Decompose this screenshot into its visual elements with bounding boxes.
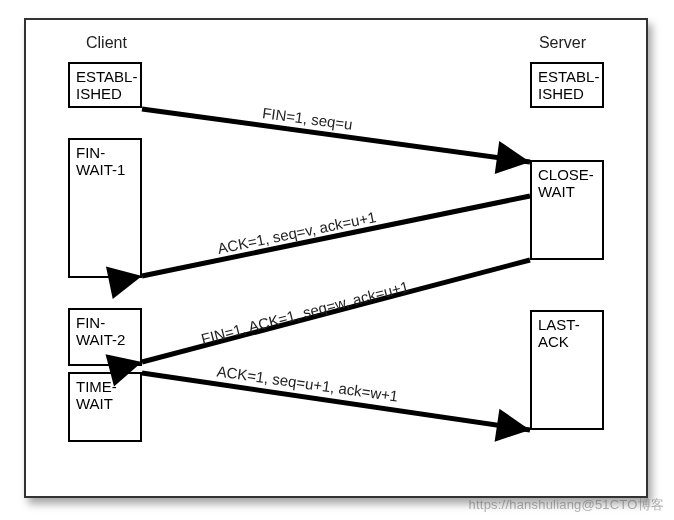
diagram-frame: Client Server ESTABL-ISHED FIN-WAIT-1 FI… [24,18,648,498]
arrow-ack1 [142,196,530,276]
arrows-layer [26,20,646,496]
watermark: https://hanshuliang@51CTO博客 [469,496,664,514]
